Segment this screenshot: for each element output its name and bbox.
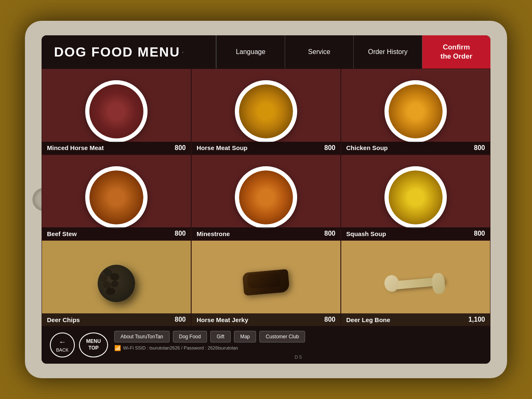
language-button[interactable]: Language [216,35,285,69]
item-name-squash-soup: Squash Soup [346,230,386,237]
menu-grid: Minced Horse Meat 800 Horse Meat Soup 80… [42,69,490,326]
menu-item-label: Deer Leg Bone 1,100 [341,313,490,326]
footer: ← BACK MENUTOP About TsuruTonTan Dog Foo… [42,326,490,364]
item-name-minestrone: Minestrone [197,230,230,237]
menu-item-label: Minestrone 800 [192,227,340,240]
app-screen: DOG FOOD MENU · Language Service Order H… [42,35,490,364]
service-button[interactable]: Service [285,35,353,69]
nav-buttons: Language Service Order History Confirmth… [216,35,490,69]
back-button[interactable]: ← BACK [50,332,75,357]
item-name-minced-horse: Minced Horse Meat [47,144,104,151]
menu-item-squash-soup[interactable]: Squash Soup 800 [341,155,490,241]
footer-nav-left: ← BACK MENUTOP [50,332,108,357]
menu-item-chicken-soup[interactable]: Chicken Soup 800 [341,69,490,155]
menu-item-label: Minced Horse Meat 800 [42,142,191,154]
item-name-deer-bone: Deer Leg Bone [346,316,390,323]
wifi-info: 📶 Wi-Fi SSID : tsurutotan2626 / Password… [114,345,482,351]
menu-item-label: Deer Chips 800 [42,313,191,326]
item-price-deer-chips: 800 [175,316,186,323]
menu-item-minced-horse-meat[interactable]: Minced Horse Meat 800 [42,69,191,155]
dog-food-button[interactable]: Dog Food [173,331,207,342]
menu-top-button[interactable]: MENUTOP [79,332,108,357]
item-price-deer-bone: 1,100 [468,316,485,323]
item-price-squash-soup: 800 [474,230,485,237]
item-price-minced-horse: 800 [175,144,186,152]
menu-item-minestrone[interactable]: Minestrone 800 [191,155,341,241]
order-history-button[interactable]: Order History [353,35,422,69]
tablet-device: DOG FOOD MENU · Language Service Order H… [25,21,507,378]
item-name-chicken-soup: Chicken Soup [346,144,388,151]
menu-item-label: Beef Stew 800 [42,227,191,240]
header: DOG FOOD MENU · Language Service Order H… [42,35,490,69]
menu-item-deer-leg-bone[interactable]: Deer Leg Bone 1,100 [341,240,490,326]
item-price-horse-soup: 800 [324,144,335,152]
back-arrow-icon: ← [59,338,66,347]
app-title: DOG FOOD MENU [54,44,180,60]
wifi-text: Wi-Fi SSID : tsurutotan2626 / Password :… [123,345,238,350]
confirm-order-button[interactable]: Confirmthe Order [422,35,490,69]
gift-button[interactable]: Gift [210,331,231,342]
item-price-minestrone: 800 [324,230,335,237]
menu-item-beef-stew[interactable]: Beef Stew 800 [42,155,191,241]
logo-dot: · [182,48,184,57]
menu-item-horse-meat-soup[interactable]: Horse Meat Soup 800 [191,69,341,155]
item-name-horse-jerky: Horse Meat Jerky [197,316,248,323]
menu-item-label: Chicken Soup 800 [341,142,490,154]
about-tsurutotan-button[interactable]: About TsuruTonTan [114,331,170,342]
menu-item-label: Horse Meat Jerky 800 [192,313,340,326]
footer-links: About TsuruTonTan Dog Food Gift Map Cust… [114,331,482,360]
footer-buttons: About TsuruTonTan Dog Food Gift Map Cust… [114,331,482,342]
customer-club-button[interactable]: Customer Club [259,331,305,342]
item-name-beef-stew: Beef Stew [47,230,77,237]
device-id: D 5 [114,355,482,360]
back-label: BACK [56,347,69,352]
item-name-deer-chips: Deer Chips [47,316,80,323]
logo-area: DOG FOOD MENU · [42,35,216,69]
menu-item-label: Horse Meat Soup 800 [192,142,340,154]
item-price-horse-jerky: 800 [324,316,335,323]
map-button[interactable]: Map [234,331,256,342]
menu-item-horse-meat-jerky[interactable]: Horse Meat Jerky 800 [191,240,341,326]
wifi-icon: 📶 [114,345,121,351]
menu-item-label: Squash Soup 800 [341,227,490,240]
item-price-chicken-soup: 800 [474,144,485,152]
menu-item-deer-chips[interactable]: Deer Chips 800 [42,240,191,326]
item-price-beef-stew: 800 [175,230,186,237]
menu-top-label: MENUTOP [86,338,101,351]
item-name-horse-soup: Horse Meat Soup [197,144,248,151]
